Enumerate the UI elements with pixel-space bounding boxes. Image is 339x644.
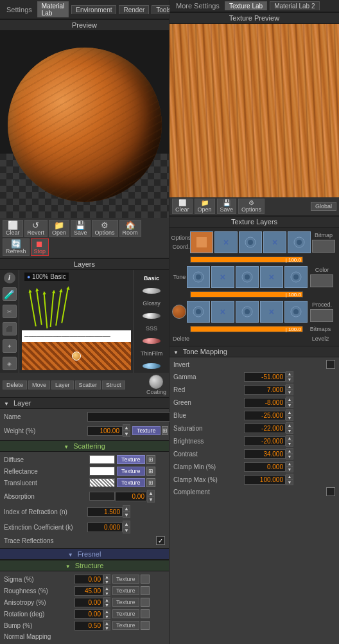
thinfilm-ball[interactable] [143,363,161,369]
room-button[interactable]: 🏠 Room [119,220,141,237]
blue-up-btn[interactable]: ▲ [286,409,293,415]
sigma-input[interactable] [74,575,103,584]
absorption-up-btn[interactable]: ▲ [147,490,155,496]
tex-cell3-x1[interactable]: × [211,301,234,323]
invert-checkbox[interactable] [326,360,335,369]
ior-down-btn[interactable]: ▼ [123,512,130,518]
global-btn[interactable]: Global [311,202,336,211]
saturation-up-btn[interactable]: ▲ [286,422,293,428]
revert-button[interactable]: ↺ Revert [24,220,48,237]
roughness-down-btn[interactable]: ▼ [103,591,110,596]
thinfilm-type-btn[interactable]: ThinFilm [139,349,164,358]
open-button[interactable]: 📁 Open [49,220,69,237]
weight-grid-icon[interactable]: ⊞ [162,426,168,435]
tab-environment[interactable]: Environment [71,5,116,14]
clamp-min-up-btn[interactable]: ▲ [286,461,293,467]
blue-input[interactable] [244,411,286,420]
diffuse-grid-icon[interactable]: ⊞ [146,455,155,464]
rotation-down-btn[interactable]: ▼ [103,614,110,619]
diffuse-swatch[interactable] [89,455,115,464]
emitter-icon[interactable]: ✦ [3,339,17,353]
blue-down-btn[interactable]: ▼ [286,415,293,421]
tex-cell3-c2[interactable] [236,301,259,323]
tone-mapping-collapse-arrow[interactable]: ▼ [173,350,178,355]
tex-cell3-c3[interactable] [284,301,308,323]
tex-cell3-c1[interactable] [187,301,210,323]
gamma-input[interactable] [244,372,286,382]
stop-button[interactable]: ⏹ Stop [31,238,49,256]
basic-type-btn[interactable]: Basic [143,274,161,283]
rotation-texture-btn[interactable]: Texture [112,609,139,618]
add-layer-btn[interactable]: Layer [51,380,74,389]
roughness-input[interactable] [74,586,103,596]
tex-cell2-c3[interactable] [284,266,308,288]
color-icon[interactable] [310,274,333,287]
coating-ball[interactable] [149,375,163,389]
rotation-input[interactable] [74,609,103,619]
reflectance-swatch[interactable] [89,467,115,476]
brightness-up-btn[interactable]: ▲ [286,435,293,441]
clipping-icon[interactable]: ✂ [3,305,17,318]
sigma-texture-btn[interactable]: Texture [112,575,139,584]
translucent-swatch[interactable] [89,478,115,487]
bitmap-icon[interactable] [312,240,335,253]
struct-btn[interactable]: Struct [102,380,125,389]
weight-texture-btn[interactable]: Texture [132,426,161,435]
tex-cell-circle2[interactable] [288,231,311,253]
red-down-btn[interactable]: ▼ [286,389,293,395]
absorption-input[interactable] [115,492,147,501]
sigma-down-btn[interactable]: ▼ [103,579,110,584]
basic-ball[interactable] [143,288,161,294]
rotation-grid-icon[interactable] [141,609,150,618]
tex-cell2-x2[interactable]: × [260,266,283,288]
clamp-max-up-btn[interactable]: ▲ [286,474,293,479]
bump-texture-btn[interactable]: Texture [112,621,139,630]
extinction-input[interactable] [87,523,123,532]
save-button[interactable]: 💾 Save [71,220,91,237]
rotation-up-btn[interactable]: ▲ [103,609,110,614]
contrast-up-btn[interactable]: ▲ [286,448,293,454]
weight-up-btn[interactable]: ▲ [123,424,130,431]
medium-icon[interactable]: ◈ [3,357,17,370]
green-down-btn[interactable]: ▼ [286,402,293,408]
translucent-texture-btn[interactable]: Texture [117,478,145,487]
scatter-btn[interactable]: Scatter [75,380,101,389]
tex-cell-x1[interactable]: × [214,231,238,253]
refresh-button[interactable]: 🔄 Refresh [3,238,30,256]
glossy-type-btn[interactable]: Glossy [141,299,162,308]
brightness-down-btn[interactable]: ▼ [286,441,293,447]
bump-down-btn[interactable]: ▼ [103,625,110,631]
anisotropy-up-btn[interactable]: ▲ [103,597,110,602]
clamp-min-input[interactable] [244,462,286,472]
sss-type-btn[interactable]: SSS [144,324,159,333]
structure-collapse-arrow[interactable]: ▼ [65,564,71,569]
tab-render[interactable]: Render [119,5,149,14]
tex-cell-x2[interactable]: × [263,231,286,253]
options-button[interactable]: ⚙ Options [92,220,118,237]
scattering-collapse-arrow[interactable]: ▼ [64,444,69,450]
extinction-up-btn[interactable]: ▲ [123,521,130,527]
displace-icon[interactable]: ⬛ [3,322,17,335]
trace-reflections-checkbox[interactable] [156,536,165,545]
tex-save-btn[interactable]: 💾 Save [217,199,237,214]
bump-grid-icon[interactable] [141,621,150,630]
weight-input[interactable] [87,426,123,436]
tex-open-btn[interactable]: 📁 Open [195,199,215,214]
green-input[interactable] [244,398,286,407]
anisotropy-input[interactable] [74,598,103,607]
complement-checkbox[interactable] [326,487,335,496]
tab-material-lab-2[interactable]: Material Lab 2 [270,1,319,10]
material-sphere[interactable] [8,48,162,202]
proced-icon[interactable] [310,309,333,322]
absorption-down-btn[interactable]: ▼ [147,496,155,503]
tex-cell2-c1[interactable] [187,266,210,288]
reflectance-texture-btn[interactable]: Texture [117,467,145,476]
delete-layer-btn[interactable]: Delete [3,380,27,389]
reflectance-grid-icon[interactable]: ⊞ [146,467,155,476]
tex-options-btn[interactable]: ⚙ Options [238,199,265,214]
weight-down-btn[interactable]: ▼ [123,431,130,437]
ior-input[interactable] [87,507,123,517]
fresnel-collapse-arrow[interactable]: ▼ [68,552,73,558]
contrast-down-btn[interactable]: ▼ [286,454,293,460]
tab-texture-lab[interactable]: Texture Lab [225,1,267,10]
